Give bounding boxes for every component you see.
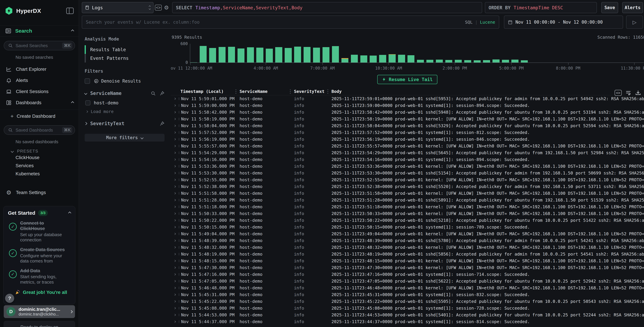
filter-group-severitytext[interactable]: SeverityText <box>85 121 164 126</box>
column-header-severitytext[interactable]: SeverityText <box>292 89 330 94</box>
sidebar-item-client-sessions[interactable]: Client Sessions <box>0 86 79 97</box>
mode-event-patterns[interactable]: Event Patterns <box>85 54 164 62</box>
row-expand-chevron[interactable] <box>171 246 179 248</box>
row-expand-chevron[interactable] <box>171 132 179 133</box>
row-expand-chevron[interactable] <box>171 287 179 289</box>
filter-group-servicename[interactable]: ServiceName <box>85 90 164 96</box>
row-expand-chevron[interactable] <box>171 159 179 160</box>
table-row[interactable]: Nov 11 5:45:31.000 PM host-demo info 202… <box>171 291 644 298</box>
column-resize-handle[interactable] <box>328 89 328 94</box>
table-row[interactable]: Nov 11 5:44:37.000 PM host-demo info 202… <box>171 318 644 325</box>
table-row[interactable]: Nov 11 5:50:33.000 PM host-demo info 202… <box>171 210 644 217</box>
row-expand-chevron[interactable] <box>171 321 179 322</box>
saved-dashboards-input[interactable]: ⌘K <box>4 125 75 135</box>
row-expand-chevron[interactable] <box>171 98 179 100</box>
table-row[interactable]: Nov 11 5:53:30.000 PM host-demo info 202… <box>171 170 644 176</box>
row-expand-chevron[interactable] <box>171 274 179 275</box>
preset-item[interactable]: Services <box>0 162 79 170</box>
table-row[interactable]: Nov 11 5:50:15.000 PM host-demo info 202… <box>171 224 644 230</box>
row-expand-chevron[interactable] <box>171 172 179 174</box>
lucene-search-bar[interactable]: SQL | Lucene <box>82 16 499 29</box>
table-row[interactable]: Nov 11 5:51:18.000 PM host-demo info 202… <box>171 203 644 210</box>
sidebar-item-alerts[interactable]: Alerts <box>0 75 79 86</box>
get-started-item-add-data[interactable]: ✓ Add Data Start sending logs, metrics, … <box>8 268 71 285</box>
saved-searches-input[interactable]: ⌘K <box>4 41 75 50</box>
table-row[interactable]: Nov 11 5:50:22.000 PM host-demo info 202… <box>171 217 644 224</box>
table-row[interactable]: Nov 11 5:59:00.000 PM host-demo info 202… <box>171 102 644 109</box>
table-row[interactable]: Nov 11 5:51:28.000 PM host-demo info 202… <box>171 196 644 203</box>
filter-value-host-demo[interactable]: host-demo <box>85 100 164 106</box>
source-settings-gear-icon[interactable]: ⚙ <box>163 2 170 13</box>
table-row[interactable]: Nov 11 5:47:05.000 PM host-demo info 202… <box>171 278 644 284</box>
sidebar-item-team-settings[interactable]: ⚙ Team Settings <box>0 187 79 198</box>
pin-icon[interactable] <box>160 121 164 126</box>
checkbox-icon[interactable] <box>85 78 90 84</box>
table-row[interactable]: Nov 11 5:48:15.000 PM host-demo info 202… <box>171 258 644 264</box>
row-expand-chevron[interactable] <box>171 294 179 296</box>
table-row[interactable]: Nov 11 5:44:53.000 PM host-demo info 202… <box>171 312 644 318</box>
column-header-servicename[interactable]: ServiceName <box>238 89 292 94</box>
row-expand-chevron[interactable] <box>171 314 179 316</box>
checkbox-icon[interactable] <box>85 100 90 106</box>
download-icon[interactable] <box>635 90 641 96</box>
column-resize-handle[interactable] <box>290 89 291 94</box>
row-expand-chevron[interactable] <box>171 118 179 120</box>
table-row[interactable]: Nov 11 5:52:55.000 PM host-demo info 202… <box>171 176 644 183</box>
denoise-results-checkbox[interactable]: Denoise Results <box>85 78 164 84</box>
row-expand-chevron[interactable] <box>171 112 179 113</box>
sidebar-collapse-icon[interactable] <box>66 8 74 14</box>
row-expand-chevron[interactable] <box>171 166 179 167</box>
row-expand-chevron[interactable] <box>171 280 179 282</box>
table-row[interactable]: Nov 11 5:45:22.000 PM host-demo info 202… <box>171 298 644 305</box>
table-row[interactable]: Nov 11 5:47:16.000 PM host-demo info 202… <box>171 271 644 278</box>
row-expand-chevron[interactable] <box>171 186 179 187</box>
table-row[interactable]: Nov 11 5:46:48.000 PM host-demo info 202… <box>171 284 644 291</box>
filter-search-icon[interactable] <box>151 91 156 96</box>
preset-item[interactable]: ClickHouse <box>0 154 79 162</box>
search-input[interactable] <box>86 20 465 25</box>
more-filters-button[interactable]: More filters <box>85 134 164 142</box>
edit-sql-icon[interactable]: <> <box>155 2 162 13</box>
table-row[interactable]: Nov 11 5:49:04.000 PM host-demo info 202… <box>171 230 644 237</box>
row-expand-chevron[interactable] <box>171 192 179 194</box>
sidebar-item-chart-explorer[interactable]: Chart Explorer <box>0 64 79 75</box>
column-header-body[interactable]: Body <box>330 89 644 94</box>
row-expand-chevron[interactable] <box>171 308 179 309</box>
table-row[interactable]: Nov 11 5:53:36.000 PM host-demo info 202… <box>171 163 644 170</box>
row-expand-chevron[interactable] <box>171 125 179 126</box>
save-button[interactable]: Save <box>601 2 618 13</box>
saved-dashboards-field[interactable] <box>16 128 62 133</box>
table-row[interactable]: Nov 11 5:52:38.000 PM host-demo info 202… <box>171 183 644 190</box>
row-expand-chevron[interactable] <box>171 179 179 180</box>
wrap-lines-icon[interactable] <box>625 90 632 96</box>
row-expand-chevron[interactable] <box>171 145 179 147</box>
chevron-up-icon[interactable] <box>71 30 74 32</box>
table-row[interactable]: Nov 11 5:45:08.000 PM host-demo info 202… <box>171 305 644 312</box>
row-expand-chevron[interactable] <box>171 199 179 201</box>
histogram-plot[interactable]: Nov 11 12:00:00 AM4:00:00 AM7:00:00 AM10… <box>190 44 644 63</box>
row-expand-chevron[interactable] <box>171 213 179 214</box>
create-dashboard-button[interactable]: + Create Dashboard <box>0 111 79 122</box>
row-expand-chevron[interactable] <box>171 301 179 302</box>
table-row[interactable]: Nov 11 5:56:19.000 PM host-demo info 202… <box>171 136 644 142</box>
select-clause-input[interactable]: SELECTTimestamp,ServiceName,SeverityText… <box>172 2 482 13</box>
pin-icon[interactable] <box>160 91 164 96</box>
mode-results-table[interactable]: Results Table <box>85 45 164 54</box>
row-expand-chevron[interactable] <box>171 152 179 154</box>
order-by-input[interactable]: ORDER BYTimestampTime DESC <box>485 2 597 13</box>
row-expand-chevron[interactable] <box>171 233 179 234</box>
table-row[interactable]: Nov 11 5:48:19.000 PM host-demo info 202… <box>171 251 644 258</box>
table-row[interactable]: Nov 11 5:48:32.000 PM host-demo info 202… <box>171 244 644 251</box>
preset-item[interactable]: Kubernetes <box>0 170 79 178</box>
row-expand-chevron[interactable] <box>171 105 179 106</box>
chevron-up-icon[interactable] <box>71 101 74 104</box>
table-row[interactable]: Nov 11 5:59:01.000 PM host-demo info 202… <box>171 95 644 102</box>
table-row[interactable]: Nov 11 5:54:29.000 PM host-demo info 202… <box>171 149 644 156</box>
table-row[interactable]: Nov 11 5:51:58.000 PM host-demo info 202… <box>171 190 644 196</box>
load-more-button[interactable]: Load more <box>86 109 164 114</box>
view-source-icon[interactable]: <> <box>614 90 622 96</box>
sidebar-item-dashboards[interactable]: Dashboards <box>0 97 79 108</box>
row-expand-chevron[interactable] <box>171 240 179 241</box>
table-row[interactable]: Nov 11 5:55:57.000 PM host-demo info 202… <box>171 142 644 149</box>
get-started-item-connect[interactable]: ✓ Connect to ClickHouse Set up your data… <box>8 220 71 242</box>
